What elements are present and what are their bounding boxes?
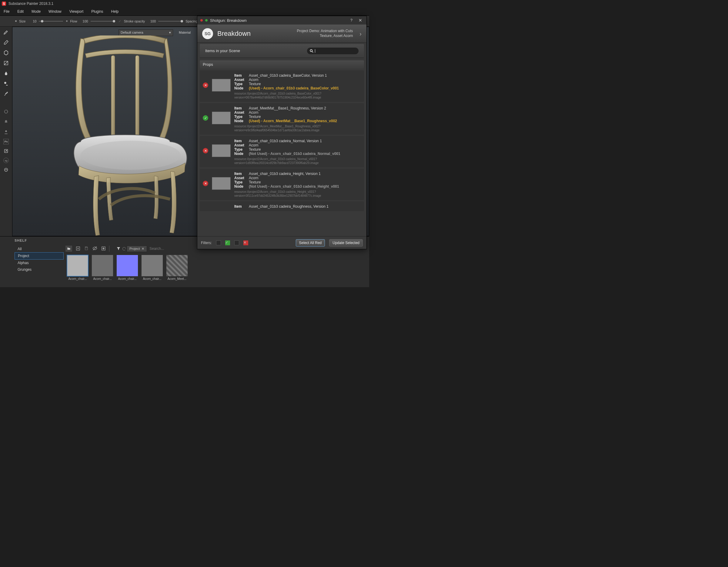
- size-label: Size: [19, 19, 25, 23]
- svg-line-10: [312, 51, 313, 52]
- shelf-visibility-icon[interactable]: [92, 245, 98, 251]
- tab-close-icon[interactable]: ✕: [142, 247, 144, 251]
- shelf-filter-icon[interactable]: [116, 246, 121, 251]
- notification-icon[interactable]: [2, 118, 10, 125]
- panel-title-bar[interactable]: Shotgun: Breakdown ? ✕: [197, 16, 366, 25]
- shelf-thumbnail[interactable]: Acorn_chair...: [141, 255, 163, 280]
- svg-rect-7: [135, 55, 139, 140]
- send-to-icon[interactable]: [2, 147, 10, 155]
- menu-edit[interactable]: Edit: [17, 9, 24, 14]
- menu-plugins[interactable]: Plugins: [91, 9, 103, 14]
- flow-value: 100: [80, 19, 88, 23]
- scene-item[interactable]: ✓ItemAsset_MeetMat__Base1_Roughness, Ver…: [200, 103, 364, 135]
- status-ok-icon: ✓: [203, 115, 208, 121]
- opacity-value: 100: [147, 19, 156, 23]
- menu-bar: File Edit Mode Window Viewport Plugins H…: [0, 7, 369, 16]
- svg-rect-6: [111, 55, 115, 140]
- svg-line-1: [4, 61, 8, 65]
- svg-point-5: [5, 168, 8, 172]
- scene-item[interactable]: ItemAsset_chair_01b3 cadeira_Roughness, …: [200, 201, 364, 211]
- filter-green-icon: ✓: [225, 240, 230, 245]
- polygon-fill-tool-icon[interactable]: [2, 59, 10, 67]
- projection-tool-icon[interactable]: [2, 49, 10, 56]
- shelf-thumbnail[interactable]: Acorn_chair...: [67, 255, 88, 280]
- shelf-categories: AllProjectAlphasGrunges: [15, 244, 64, 287]
- size-slider[interactable]: [39, 21, 63, 22]
- scene-item[interactable]: ✕ItemAsset_chair_01b3 cadeira_BaseColor,…: [200, 70, 364, 102]
- clone-tool-icon[interactable]: [2, 80, 10, 87]
- shelf-save-icon[interactable]: [84, 245, 89, 251]
- select-all-red-button[interactable]: Select All Red: [296, 239, 325, 246]
- shelf-thumbnail[interactable]: Acorn_Meet...: [166, 255, 188, 280]
- item-thumbnail: [212, 79, 231, 92]
- iray-icon[interactable]: [2, 108, 10, 115]
- svg-point-8: [81, 141, 181, 170]
- item-thumbnail: [212, 112, 231, 124]
- viewport-model: [55, 35, 197, 242]
- shelf-category-all[interactable]: All: [15, 245, 64, 252]
- brush-tool-icon[interactable]: [2, 28, 10, 36]
- app-logo-icon: S: [2, 2, 6, 6]
- menu-viewport[interactable]: Viewport: [69, 9, 83, 14]
- close-icon[interactable]: ✕: [357, 18, 363, 23]
- search-icon: [309, 49, 314, 53]
- flow-slider[interactable]: [91, 21, 115, 22]
- tool-bar: Ps sg: [0, 27, 12, 236]
- shelf-category-grunges[interactable]: Grunges: [15, 266, 64, 273]
- menu-file[interactable]: File: [4, 9, 9, 14]
- eraser-tool-icon[interactable]: [2, 39, 10, 46]
- shelf-thumbnails: Acorn_chair...Acorn_chair...Acorn_chair.…: [64, 253, 369, 282]
- scene-items-list[interactable]: Props ✕ItemAsset_chair_01b3 cadeira_Base…: [197, 58, 365, 236]
- app-title: Substance Painter 2018.3.1: [8, 2, 53, 6]
- filters-label: Filters:: [201, 241, 212, 245]
- chevron-right-icon[interactable]: ›: [357, 30, 362, 37]
- item-thumbnail: [212, 144, 231, 157]
- shelf-new-icon[interactable]: [75, 245, 81, 251]
- svg-rect-14: [86, 247, 87, 248]
- panel-window-title: Shotgun: Breakdown: [210, 18, 346, 23]
- filter-green-checkbox[interactable]: [216, 240, 221, 245]
- svg-point-9: [310, 49, 312, 52]
- search-input[interactable]: [307, 48, 359, 54]
- shelf-category-project[interactable]: Project: [15, 252, 64, 259]
- menu-window[interactable]: Window: [48, 9, 62, 14]
- shotgun-breakdown-panel: Shotgun: Breakdown ? ✕ SG Breakdown Proj…: [197, 16, 367, 249]
- shelf-folder-icon[interactable]: [65, 245, 72, 252]
- material-picker-tool-icon[interactable]: [2, 90, 10, 98]
- shelf-category-alphas[interactable]: Alphas: [15, 259, 64, 266]
- section-props: Props: [200, 60, 364, 68]
- shotgun-icon[interactable]: sg: [3, 158, 9, 163]
- substance-share-icon[interactable]: [2, 128, 10, 136]
- shelf-tab-project[interactable]: Project ✕: [127, 245, 147, 252]
- camera-select[interactable]: Default camera ▾: [119, 29, 173, 36]
- shelf-thumbnail[interactable]: Acorn_chair...: [92, 255, 113, 280]
- flow-label: Flow: [70, 19, 77, 23]
- settings-icon[interactable]: [2, 166, 10, 173]
- status-dot-red-icon: [200, 19, 203, 22]
- scene-items-label: Items in your Scene: [205, 48, 301, 53]
- shelf-import-icon[interactable]: [101, 245, 106, 251]
- svg-point-3: [5, 110, 8, 113]
- opacity-slider[interactable]: [158, 21, 182, 22]
- spacing-label: Spacing: [185, 19, 198, 23]
- status-outdated-icon: ✕: [203, 181, 208, 186]
- smudge-tool-icon[interactable]: [2, 70, 10, 77]
- help-icon[interactable]: ?: [348, 18, 355, 22]
- filter-red-checkbox[interactable]: [234, 240, 239, 245]
- status-outdated-icon: ✕: [203, 148, 208, 153]
- photoshop-icon[interactable]: Ps: [3, 139, 9, 144]
- material-label: Material: [178, 29, 192, 35]
- svg-point-2: [4, 82, 6, 84]
- update-selected-button[interactable]: Update Selected: [329, 239, 363, 246]
- filter-red-icon: ✕: [243, 240, 248, 245]
- shelf-refresh-icon[interactable]: [121, 246, 127, 251]
- item-thumbnail: [212, 177, 231, 190]
- scene-item[interactable]: ✕ItemAsset_chair_01b3 cadeira_Height, Ve…: [200, 168, 364, 200]
- menu-help[interactable]: Help: [111, 9, 119, 14]
- breadcrumb: Project Demo: Animation with Cuts Textur…: [297, 29, 353, 38]
- opacity-label: Stroke opacity: [124, 19, 145, 23]
- menu-mode[interactable]: Mode: [32, 9, 41, 14]
- scene-item[interactable]: ✕ItemAsset_chair_01b3 cadeira_Normal, Ve…: [200, 136, 364, 167]
- shotgun-logo-icon: SG: [202, 28, 213, 39]
- shelf-thumbnail[interactable]: Acorn_chair...: [116, 255, 138, 280]
